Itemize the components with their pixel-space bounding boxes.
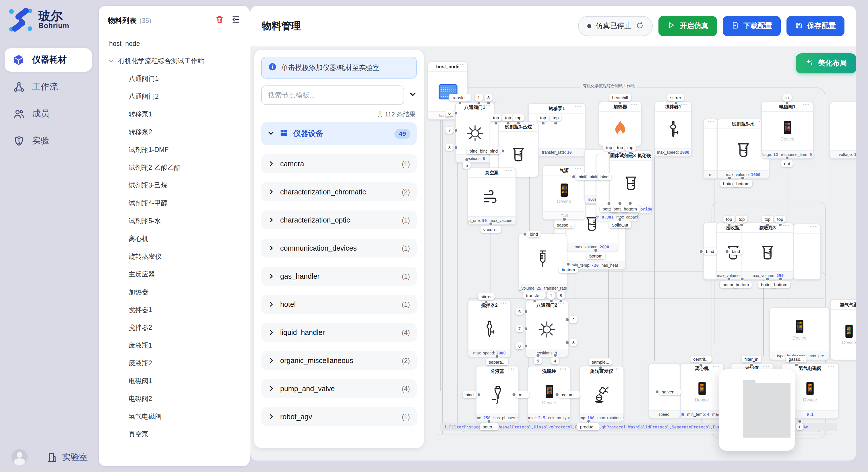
port-connector-dot[interactable]: [477, 101, 480, 105]
category-row-gas_handler[interactable]: gas_handler(1): [261, 267, 417, 285]
port-connector-dot[interactable]: [541, 121, 545, 125]
port-connector-dot[interactable]: [536, 353, 539, 357]
port-pill-top[interactable]: top: [490, 114, 502, 121]
category-group-instruments[interactable]: 仪器设备 49: [261, 122, 417, 145]
sidebar-item-laboratory[interactable]: 实验室: [46, 451, 88, 463]
node-menu-icon[interactable]: •••: [508, 367, 516, 372]
port-connector-dot[interactable]: [785, 156, 789, 160]
port-pill-5[interactable]: 5: [534, 357, 542, 364]
category-row-communication_devices[interactable]: communication_devices(1): [261, 239, 417, 258]
port-pill-separa[interactable]: separa...: [486, 359, 508, 365]
port-pill-bottom[interactable]: bottom: [621, 205, 640, 212]
port-connector-dot[interactable]: [583, 175, 586, 179]
port-connector-dot[interactable]: [629, 201, 632, 205]
port-connector-dot[interactable]: [524, 310, 528, 313]
tree-item[interactable]: 真空泵: [99, 426, 250, 443]
port-connector-dot[interactable]: [553, 353, 557, 357]
category-row-camera[interactable]: camera(1): [261, 154, 417, 173]
port-pill-SolidOut[interactable]: SolidOut: [609, 222, 631, 228]
port-pill-filter_in[interactable]: filter_in: [742, 356, 761, 363]
save-config-button[interactable]: 保存配置: [786, 16, 844, 36]
port-connector-dot[interactable]: [533, 299, 536, 303]
sidebar-item-members[interactable]: 成员: [5, 102, 92, 126]
port-connector-dot[interactable]: [554, 121, 558, 125]
port-connector-dot[interactable]: [454, 129, 458, 132]
node-menu-icon[interactable]: •••: [575, 104, 582, 109]
canvas-node-电磁阀1[interactable]: 电磁阀1•••Devicevoltage: 12response_time: 0…: [761, 102, 813, 159]
port-pill-1[interactable]: 1: [547, 292, 555, 299]
node-menu-icon[interactable]: •••: [712, 364, 720, 369]
port-connector-dot[interactable]: [798, 419, 802, 423]
port-pill-3[interactable]: 3: [569, 339, 578, 346]
port-connector-dot[interactable]: [674, 101, 677, 105]
tree-item[interactable]: 旋转蒸发仪: [99, 248, 250, 266]
port-pill-vacuu[interactable]: vacuu...: [480, 226, 501, 233]
sidebar-item-experiments[interactable]: 实验: [5, 129, 92, 153]
port-pill-top[interactable]: top: [614, 144, 626, 151]
port-pill-heatchill[interactable]: heatchill: [609, 94, 631, 101]
canvas-node[interactable]: •••: [794, 224, 821, 280]
port-pill-bind[interactable]: bind: [729, 248, 743, 255]
port-pill-top[interactable]: top: [513, 114, 524, 121]
tree-item-workstation[interactable]: 有机化学流程综合测试工作站: [99, 52, 250, 70]
port-connector-dot[interactable]: [766, 277, 770, 281]
delete-trash-icon[interactable]: [215, 15, 224, 26]
tree-item[interactable]: 转移泵1: [99, 105, 250, 123]
port-pill-in[interactable]: in: [782, 94, 792, 101]
node-menu-icon[interactable]: •••: [631, 102, 639, 107]
collapse-outline-icon[interactable]: [231, 15, 241, 26]
port-pill-m[interactable]: m...: [516, 391, 529, 398]
tree-item[interactable]: 试剂瓶4-甲醇: [99, 194, 250, 212]
port-pill-6[interactable]: 6: [445, 109, 454, 116]
port-pill-solven[interactable]: solven...: [659, 388, 681, 395]
node-menu-icon[interactable]: •••: [457, 62, 464, 67]
canvas-node-离心机[interactable]: 离心机•••Devicep: 40min_temp: 4max_spe: [680, 363, 723, 419]
port-connector-dot[interactable]: [555, 393, 559, 397]
tree-item[interactable]: 废液瓶1: [99, 337, 250, 355]
port-connector-dot[interactable]: [594, 175, 597, 179]
download-config-button[interactable]: 下载配置: [723, 16, 781, 36]
port-connector-dot[interactable]: [741, 277, 744, 281]
port-connector-dot[interactable]: [766, 223, 770, 227]
canvas-node-加热器[interactable]: 加热器•••: [599, 102, 642, 146]
sim-status-badge[interactable]: 仿真已停止: [578, 16, 653, 36]
category-row-robot_agv[interactable]: robot_agv(1): [261, 407, 417, 426]
port-connector-dot[interactable]: [487, 101, 490, 105]
port-connector-dot[interactable]: [725, 249, 729, 253]
port-connector-dot[interactable]: [655, 390, 659, 394]
port-pill-gasso[interactable]: gasso...: [786, 356, 807, 363]
port-connector-dot[interactable]: [454, 146, 458, 149]
port-pill-bind[interactable]: bind: [487, 147, 501, 154]
avatar[interactable]: [11, 449, 28, 465]
node-menu-icon[interactable]: •••: [828, 364, 835, 369]
tree-item[interactable]: 主反应器: [99, 266, 250, 283]
node-menu-icon[interactable]: •••: [782, 223, 790, 228]
tree-item[interactable]: 离心机: [99, 230, 250, 248]
port-connector-dot[interactable]: [523, 232, 527, 236]
port-connector-dot[interactable]: [517, 121, 520, 125]
beautify-layout-button[interactable]: 美化布局: [796, 53, 856, 73]
node-menu-icon[interactable]: •••: [707, 119, 715, 125]
port-connector-dot[interactable]: [524, 344, 528, 348]
port-pill-6[interactable]: 6: [516, 308, 524, 315]
port-pill-bottom[interactable]: bottom: [771, 281, 790, 288]
canvas-node-氢气气源[interactable]: 氢气气源•••Device: [830, 299, 856, 360]
port-pill-1[interactable]: 1: [475, 94, 483, 101]
node-menu-icon[interactable]: •••: [803, 102, 810, 107]
node-menu-icon[interactable]: •••: [763, 364, 770, 369]
port-connector-dot[interactable]: [458, 101, 462, 105]
port-connector-dot[interactable]: [727, 223, 731, 227]
port-connector-dot[interactable]: [618, 151, 622, 155]
tree-item[interactable]: 试剂瓶5-水: [99, 212, 250, 230]
node-menu-icon[interactable]: •••: [505, 168, 513, 173]
tree-item[interactable]: 搅拌器2: [99, 319, 250, 337]
port-connector-dot[interactable]: [778, 223, 782, 227]
port-pill-gasso[interactable]: gasso...: [554, 222, 575, 228]
port-pill-8[interactable]: 8: [557, 292, 565, 299]
canvas-node-真空泵[interactable]: 真空泵•••pump_rate: 50max_vacuum: 0.1: [467, 167, 516, 225]
port-connector-dot[interactable]: [562, 217, 566, 221]
port-connector-dot[interactable]: [618, 201, 622, 205]
canvas-node-搅拌器1[interactable]: 搅拌器1•••max_speed: 2000: [654, 102, 692, 157]
port-pill-7[interactable]: 7: [445, 127, 454, 134]
category-row-characterization_optic[interactable]: characterization_optic(1): [261, 210, 417, 229]
